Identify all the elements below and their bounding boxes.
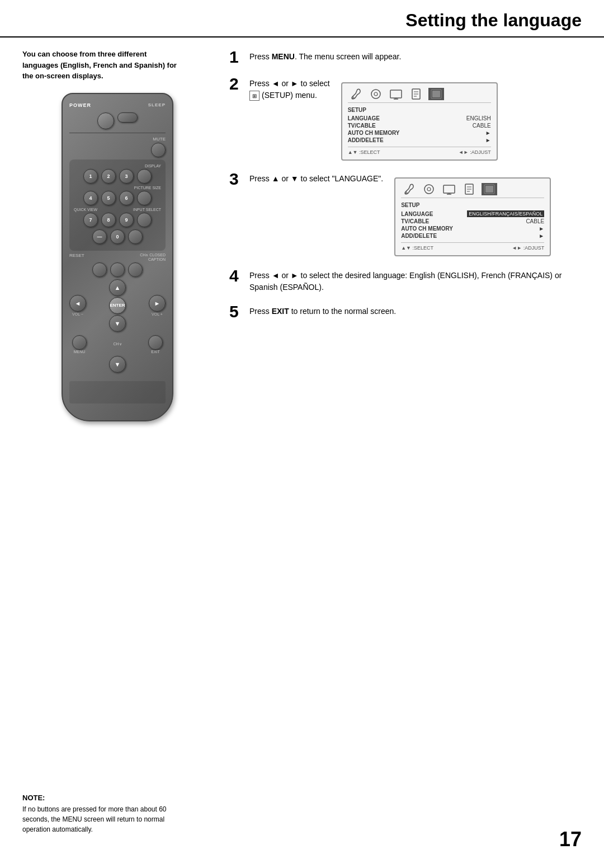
screen-icon-tv: [388, 88, 404, 100]
screen-icon-brush: [348, 88, 364, 100]
vol-minus-label: VOL −: [69, 312, 86, 316]
sleep-label: SLEEP: [148, 102, 166, 107]
screen-row-1-3: AUTO CH MEMORY ►: [348, 130, 491, 136]
step-5-text: Press EXIT to return to the normal scree…: [249, 306, 582, 317]
screen-title-2: SETUP: [401, 201, 544, 208]
closed-caption-label: CH∧ CLOSEDCAPTION: [140, 253, 166, 261]
screen-row-2-4: ADD/DELETE ►: [401, 233, 544, 239]
step-2-number: 2: [229, 76, 243, 92]
btn-empty[interactable]: [128, 229, 143, 244]
svg-rect-3: [390, 90, 402, 98]
btn-reset[interactable]: [92, 262, 107, 277]
note-title: NOTE:: [22, 794, 185, 802]
step-2-text: Press ◄ or ► to select: [249, 78, 330, 90]
display-label: DISPLAY: [145, 164, 161, 168]
step-4-number: 4: [229, 268, 243, 284]
screen-row-1-2: TV/CABLE CABLE: [348, 123, 491, 129]
screen-icon-brush-2: [401, 183, 417, 195]
btn-ch-down[interactable]: ▼: [109, 356, 126, 373]
step-3-text: Press ▲ or ▼ to select "LANGUAGE".: [249, 173, 383, 185]
step-3: 3 Press ▲ or ▼ to select "LANGUAGE".: [229, 171, 582, 256]
step-1-number: 1: [229, 49, 243, 65]
screen-mockup-1: SETUP LANGUAGE ENGLISH TV/CABLE CABLE AU…: [341, 82, 498, 161]
step-3-number: 3: [229, 171, 243, 187]
step-3-content: Press ▲ or ▼ to select "LANGUAGE".: [249, 171, 582, 256]
step-2-content: Press ◄ or ► to select ⊞ (SETUP) menu.: [249, 76, 582, 161]
setup-icon-inline: ⊞: [249, 91, 259, 101]
btn-6[interactable]: 6: [119, 191, 134, 205]
btn-closed-caption[interactable]: [128, 262, 143, 277]
screen-icon-box-2: [482, 183, 497, 195]
screen-icon-box: [428, 88, 444, 100]
exit-keyword: EXIT: [272, 307, 289, 316]
svg-rect-15: [443, 185, 455, 193]
svg-point-1: [371, 90, 380, 98]
step-2: 2 Press ◄ or ► to select ⊞ (SETUP) menu.: [229, 76, 582, 161]
screen-row-1-1: LANGUAGE ENGLISH: [348, 115, 491, 121]
btn-exit[interactable]: [148, 335, 163, 350]
screen-icon-tv-2: [441, 183, 457, 195]
btn-menu[interactable]: [72, 335, 87, 350]
step-2-text2: ⊞ (SETUP) menu.: [249, 90, 330, 101]
mute-label: MUTE: [153, 137, 166, 142]
sleep-button[interactable]: [117, 112, 138, 123]
btn-display[interactable]: [137, 169, 152, 184]
btn-input[interactable]: [137, 213, 152, 227]
screen-footer-2: ▲▼ :SELECT ◄► :ADJUST: [401, 242, 544, 251]
btn-vol-right[interactable]: ►: [149, 295, 166, 312]
input-select-label: INPUT SELECT: [133, 208, 161, 212]
screen-row-2-2: TV/CABLE CABLE: [401, 218, 544, 224]
step-1-text: Press MENU. The menu screen will appear.: [249, 51, 582, 63]
screen-row-2-1: LANGUAGE ENGLISH/FRANÇAIS/ESPAÑOL: [401, 210, 544, 217]
step-4: 4 Press ◄ or ► to select the desired lan…: [229, 268, 582, 293]
step-1: 1 Press MENU. The menu screen will appea…: [229, 49, 582, 65]
svg-point-13: [424, 185, 433, 194]
screen-row-1-4: ADD/DELETE ►: [348, 137, 491, 143]
btn-3[interactable]: 3: [119, 169, 134, 184]
picture-size-label: PICTURE SIZE: [134, 186, 161, 190]
screen-icon-music: [368, 88, 384, 100]
vol-plus-label: VOL +: [149, 312, 166, 316]
screen-footer-1: ▲▼ :SELECT ◄► :ADJUST: [348, 147, 491, 155]
step-4-text: Press ◄ or ► to select the desired langu…: [249, 270, 582, 293]
note-section: NOTE: If no buttons are pressed for more…: [22, 794, 185, 834]
power-button[interactable]: [97, 112, 114, 129]
screen-row-2-3: AUTO CH MEMORY ►: [401, 226, 544, 232]
btn-picture-size[interactable]: [137, 191, 152, 205]
btn-0[interactable]: 0: [110, 229, 125, 244]
btn-vol-left[interactable]: ◄: [69, 295, 86, 312]
svg-point-14: [427, 187, 431, 191]
btn-2[interactable]: 2: [101, 169, 116, 184]
mute-button[interactable]: [151, 143, 166, 157]
screen-icons-2: [401, 183, 544, 198]
quick-view-label: QUICK VIEW: [74, 208, 97, 212]
btn-down[interactable]: ▼: [109, 315, 126, 332]
btn-ch-up[interactable]: [110, 262, 125, 277]
screen-mockup-2: SETUP LANGUAGE ENGLISH/FRANÇAIS/ESPAÑOL …: [394, 177, 551, 256]
btn-5[interactable]: 5: [101, 191, 116, 205]
btn-1[interactable]: 1: [83, 169, 98, 184]
screen-icon-note-2: [461, 183, 477, 195]
svg-point-2: [374, 92, 378, 96]
btn-up[interactable]: ▲: [109, 279, 126, 296]
note-text: If no buttons are pressed for more than …: [22, 804, 185, 834]
btn-7[interactable]: 7: [83, 213, 98, 227]
instructions-panel: 1 Press MENU. The menu screen will appea…: [213, 49, 582, 421]
menu-keyword: MENU: [272, 52, 295, 61]
btn-enter[interactable]: ENTER: [109, 297, 126, 314]
page-title: Setting the language: [22, 10, 582, 31]
power-label: POWER: [69, 102, 91, 108]
btn-4[interactable]: 4: [83, 191, 98, 205]
screen-title-1: SETUP: [348, 106, 491, 113]
ch-v-label: CH∨: [113, 342, 121, 346]
remote-illustration: POWER SLEEP MUTE: [22, 93, 213, 421]
number-buttons-panel: DISPLAY 1 2 3 PICTURE SIZE 4 5: [69, 159, 166, 251]
btn-dash[interactable]: —: [92, 229, 107, 244]
step-1-content: Press MENU. The menu screen will appear.: [249, 49, 582, 63]
screen-icons-1: [348, 88, 491, 103]
reset-label: RESET: [69, 253, 84, 261]
btn-9[interactable]: 9: [119, 213, 134, 227]
btn-8[interactable]: 8: [101, 213, 116, 227]
svg-rect-11: [432, 91, 440, 97]
step-4-content: Press ◄ or ► to select the desired langu…: [249, 268, 582, 293]
